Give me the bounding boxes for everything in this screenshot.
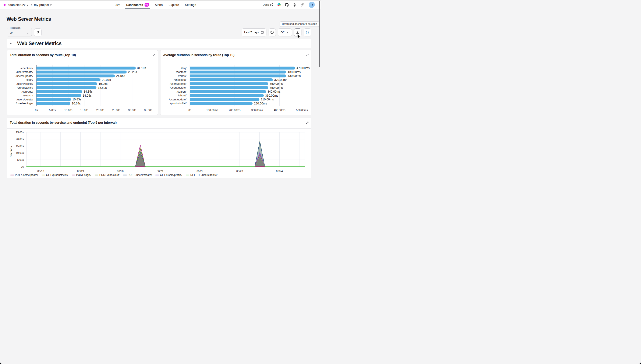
svg-text:35.00s: 35.00s bbox=[144, 109, 152, 112]
svg-text:350.00ms: 350.00ms bbox=[270, 86, 283, 90]
svg-text:350.00ms: 350.00ms bbox=[270, 82, 283, 86]
svg-text:430.00ms: 430.00ms bbox=[287, 74, 300, 78]
svg-text:/users/profile/: /users/profile/ bbox=[17, 82, 33, 86]
svg-text:280.00ms: 280.00ms bbox=[254, 102, 267, 105]
svg-text:06/23: 06/23 bbox=[236, 170, 243, 173]
svg-text:/cart/add/: /cart/add/ bbox=[22, 90, 33, 93]
svg-text:0s: 0s bbox=[21, 165, 24, 168]
svg-text:330.00ms: 330.00ms bbox=[265, 94, 278, 97]
svg-text:/checkout/: /checkout/ bbox=[21, 66, 33, 70]
svg-text:/about/: /about/ bbox=[178, 94, 186, 97]
svg-text:06/22: 06/22 bbox=[197, 170, 203, 173]
svg-text:/users/create/: /users/create/ bbox=[16, 70, 33, 74]
svg-text:/contact/: /contact/ bbox=[176, 70, 187, 74]
svg-text:/checkout/: /checkout/ bbox=[174, 78, 187, 81]
svg-text:10.00s: 10.00s bbox=[65, 109, 73, 112]
svg-text:400.00ms: 400.00ms bbox=[274, 109, 285, 112]
svg-text:20.00s: 20.00s bbox=[96, 109, 104, 112]
svg-text:/users/update/: /users/update/ bbox=[16, 74, 33, 78]
svg-text:28.26s: 28.26s bbox=[128, 70, 137, 74]
svg-text:300.00ms: 300.00ms bbox=[251, 109, 263, 112]
svg-text:10.64s: 10.64s bbox=[72, 102, 81, 105]
svg-text:/users/create/: /users/create/ bbox=[170, 82, 186, 86]
svg-text:0s: 0s bbox=[188, 109, 191, 112]
svg-text:/products/list/: /products/list/ bbox=[170, 102, 187, 105]
svg-text:06/20: 06/20 bbox=[117, 170, 124, 173]
svg-text:200.00ms: 200.00ms bbox=[229, 109, 240, 112]
svg-text:19.05s: 19.05s bbox=[99, 82, 108, 86]
svg-text:10.83s: 10.83s bbox=[72, 98, 81, 101]
svg-text:5.00s: 5.00s bbox=[17, 158, 24, 161]
svg-text:/search/: /search/ bbox=[177, 90, 187, 93]
svg-text:0s: 0s bbox=[35, 109, 38, 112]
svg-text:30.00s: 30.00s bbox=[128, 109, 136, 112]
svg-text:20.07s: 20.07s bbox=[102, 78, 111, 82]
svg-text:20.00s: 20.00s bbox=[16, 138, 24, 141]
svg-text:06/24: 06/24 bbox=[276, 170, 283, 173]
svg-text:340.00ms: 340.00ms bbox=[267, 90, 280, 93]
svg-text:15.00s: 15.00s bbox=[80, 109, 88, 112]
svg-text:25.00s: 25.00s bbox=[16, 131, 24, 134]
svg-text:/login/: /login/ bbox=[26, 78, 33, 81]
svg-text:500.00ms: 500.00ms bbox=[296, 109, 308, 112]
svg-text:14.05s: 14.05s bbox=[83, 94, 92, 97]
svg-text:06/21: 06/21 bbox=[157, 170, 163, 173]
svg-text:31.10s: 31.10s bbox=[137, 66, 146, 70]
svg-text:25.00s: 25.00s bbox=[112, 109, 120, 112]
svg-text:310.00ms: 310.00ms bbox=[261, 98, 274, 101]
svg-text:/search/: /search/ bbox=[23, 94, 33, 97]
svg-text:14.35s: 14.35s bbox=[84, 90, 93, 93]
svg-text:430.00ms: 430.00ms bbox=[287, 70, 300, 74]
svg-text:5.00s: 5.00s bbox=[49, 109, 56, 112]
svg-text:100.00ms: 100.00ms bbox=[206, 109, 218, 112]
svg-text:/user/settings/: /user/settings/ bbox=[16, 102, 33, 105]
svg-text:/faq/: /faq/ bbox=[181, 66, 187, 70]
svg-text:Seconds: Seconds bbox=[10, 146, 13, 157]
svg-text:10.00s: 10.00s bbox=[16, 152, 24, 154]
svg-text:06/18: 06/18 bbox=[37, 170, 44, 173]
svg-text:15.00s: 15.00s bbox=[16, 144, 24, 148]
svg-text:18.80s: 18.80s bbox=[98, 86, 107, 90]
svg-text:/terms/: /terms/ bbox=[178, 74, 186, 78]
svg-text:470.00ms: 470.00ms bbox=[297, 66, 309, 70]
svg-text:370.00ms: 370.00ms bbox=[274, 78, 287, 82]
svg-text:/products/list/: /products/list/ bbox=[17, 86, 33, 89]
svg-text:24.55s: 24.55s bbox=[116, 74, 125, 78]
svg-text:06/19: 06/19 bbox=[77, 170, 84, 173]
svg-text:/users/delete/: /users/delete/ bbox=[170, 86, 186, 89]
svg-text:/users/delete/: /users/delete/ bbox=[17, 98, 33, 101]
svg-text:/users/update/: /users/update/ bbox=[169, 98, 187, 101]
